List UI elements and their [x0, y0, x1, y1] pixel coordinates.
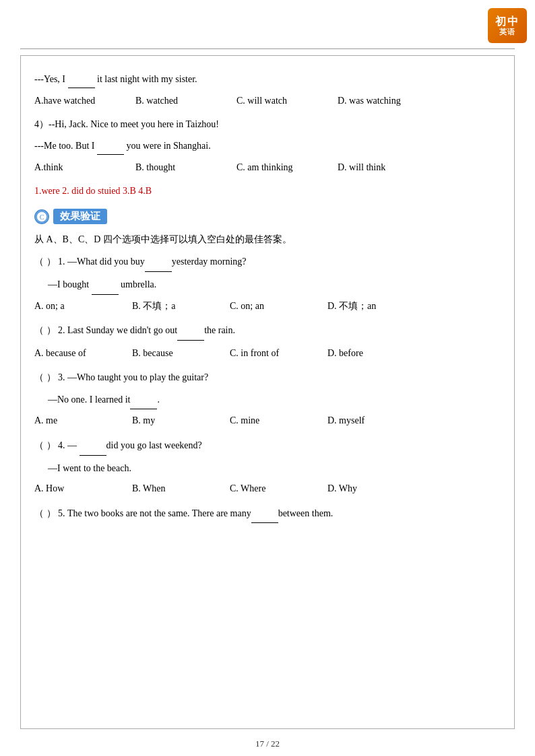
ex-q2-opt-a: A. because of [34, 345, 132, 363]
ex-q4-opt-c: C. Where [230, 480, 327, 498]
page-number: 17 / 22 [255, 738, 280, 749]
ex-q5-text: 5. The two books are not the same. There… [58, 508, 333, 518]
section-icon: C [34, 209, 49, 224]
option-q4-c: C. am thinking [237, 159, 338, 176]
ex-q2-text: 2. Last Sunday we didn't go out the rain… [58, 325, 235, 335]
option-q4-a: A.think [34, 159, 135, 176]
ex-q5-paren: （ ） [34, 508, 56, 518]
ex-q1-sub-text: —I bought umbrella. [48, 279, 156, 289]
blank-ex4 [80, 437, 106, 456]
main-content-box: ---Yes, I it last night with my sister. … [20, 55, 515, 729]
options-q4: A.think B. thought C. am thinking D. wil… [34, 159, 501, 176]
ex-q2-opt-d: D. before [327, 345, 425, 363]
ex-q1-options: A. on; a B. 不填；a C. on; an D. 不填；an [34, 298, 501, 316]
ex-q2-opt-b: B. because [132, 345, 230, 363]
ex-q4: （ ） 4. — did you go last weekend? [34, 437, 501, 456]
dialog-2-text: ---Me too. But I you were in Shanghai. [34, 141, 211, 151]
ex-q4-opt-b: B. When [132, 480, 230, 498]
ex-q4-text: 4. — did you go last weekend? [58, 440, 202, 450]
blank-q3 [68, 71, 95, 88]
dialog-1-text: ---Yes, I it last night with my sister. [34, 74, 197, 84]
ex-q3-sub-text: —No one. I learned it . [48, 394, 160, 405]
ex-q1-sub: —I bought umbrella. [48, 276, 501, 295]
ex-q3-opt-c: C. mine [230, 412, 327, 430]
ex-q1-text: 1. —What did you buy yesterday morning? [58, 256, 247, 267]
dialog-2: ---Me too. But I you were in Shanghai. [34, 137, 501, 155]
option-q4-b: B. thought [135, 159, 237, 176]
ex-q3-opt-d: D. myself [327, 412, 425, 430]
svg-text:C: C [40, 213, 44, 221]
blank-ex2 [177, 322, 204, 341]
blank-ex5 [251, 505, 278, 524]
ex-q4-sub: —I went to the beach. [48, 460, 501, 478]
option-q3-a: A.have watched [34, 92, 135, 109]
ex-q4-opt-d: D. Why [327, 480, 425, 498]
ex-q1: （ ） 1. —What did you buy yesterday morni… [34, 253, 501, 272]
ex-q2-opt-c: C. in front of [230, 345, 327, 363]
instruction-line: 从 A、B、C、D 四个选项中选择可以填入空白处的最佳答案。 [34, 231, 501, 248]
option-q3-b: B. watched [135, 92, 237, 109]
blank-ex1 [145, 253, 172, 272]
ex-q4-sub-text: —I went to the beach. [48, 463, 131, 473]
page-container: 初中 英语 ---Yes, I it last night with my si… [0, 0, 535, 756]
logo-cn-text: 初中 [495, 15, 520, 28]
content-area: ---Yes, I it last night with my sister. … [34, 64, 501, 530]
blank-ex3 [130, 391, 157, 410]
ex-q3-sub: —No one. I learned it . [48, 391, 501, 410]
ex-q3-text: 3. —Who taught you to play the guitar? [58, 372, 208, 382]
ex-q3-paren: （ ） [34, 372, 56, 382]
ex-q4-paren: （ ） [34, 440, 56, 450]
option-q4-d: D. will think [338, 159, 439, 176]
ex-q3: （ ） 3. —Who taught you to play the guita… [34, 369, 501, 387]
q4-label: 4）--Hi, Jack. Nice to meet you here in T… [34, 116, 501, 133]
top-separator [20, 48, 515, 49]
options-q3: A.have watched B. watched C. will watch … [34, 92, 501, 109]
section-title: 效果验证 [53, 209, 107, 224]
ex-q4-opt-a: A. How [34, 480, 132, 498]
ex-q2-options: A. because of B. because C. in front of … [34, 345, 501, 363]
ex-q1-opt-b: B. 不填；a [132, 298, 230, 316]
logo-en-text: 英语 [499, 28, 515, 36]
ex-q1-opt-c: C. on; an [230, 298, 327, 316]
ex-q3-opt-a: A. me [34, 412, 132, 430]
answers-line: 1.were 2. did do stuied 3.B 4.B [34, 182, 501, 199]
dialog-1: ---Yes, I it last night with my sister. [34, 71, 501, 88]
ex-q5: （ ） 5. The two books are not the same. T… [34, 505, 501, 524]
ex-q4-options: A. How B. When C. Where D. Why [34, 480, 501, 498]
ex-q3-options: A. me B. my C. mine D. myself [34, 412, 501, 430]
option-q3-c: C. will watch [237, 92, 338, 109]
logo-badge: 初中 英语 [488, 8, 527, 43]
ex-q2: （ ） 2. Last Sunday we didn't go out the … [34, 322, 501, 341]
ex-q1-opt-a: A. on; a [34, 298, 132, 316]
ex-q2-paren: （ ） [34, 325, 56, 335]
ex-q3-opt-b: B. my [132, 412, 230, 430]
option-q3-d: D. was watching [338, 92, 439, 109]
section-divider: C 效果验证 [34, 209, 501, 224]
ex-q1-opt-d: D. 不填；an [327, 298, 425, 316]
ex-q1-paren: （ ） [34, 256, 56, 267]
blank-q4 [97, 137, 124, 155]
blank-ex1b [92, 276, 119, 295]
